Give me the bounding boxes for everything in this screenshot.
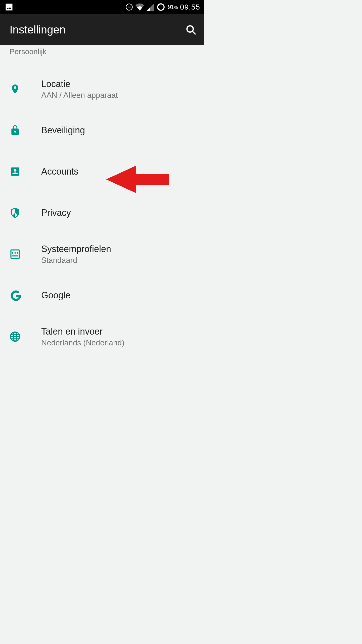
google-icon — [10, 289, 41, 302]
dnd-icon — [125, 3, 133, 11]
globe-icon — [10, 331, 41, 342]
settings-list: Locatie AAN / Alleen apparaat Beveiligin… — [0, 56, 204, 357]
settings-item-google[interactable]: Google — [0, 275, 204, 316]
settings-item-sub: AAN / Alleen apparaat — [41, 91, 118, 100]
status-left — [5, 3, 14, 12]
settings-item-text: Systeemprofielen Standaard — [41, 243, 111, 265]
svg-marker-13 — [106, 166, 169, 193]
shield-icon — [10, 207, 41, 218]
settings-item-title: Accounts — [41, 166, 78, 178]
sync-icon — [157, 3, 165, 11]
svg-line-4 — [192, 31, 195, 34]
settings-item-title: Systeemprofielen — [41, 243, 111, 255]
settings-item-security[interactable]: Beveiliging — [0, 110, 204, 151]
status-bar: 91% 09:55 — [0, 0, 204, 14]
settings-item-title: Google — [41, 290, 70, 301]
svg-rect-5 — [11, 250, 19, 258]
settings-item-title: Locatie — [41, 78, 118, 90]
image-notification-icon — [5, 3, 14, 12]
status-right: 91% 09:55 — [125, 3, 200, 11]
settings-item-languages-input[interactable]: Talen en invoer Nederlands (Nederland) — [0, 316, 204, 357]
settings-item-text: Accounts — [41, 166, 78, 178]
settings-item-title: Privacy — [41, 207, 71, 219]
location-pin-icon — [10, 84, 41, 95]
settings-item-text: Locatie AAN / Alleen apparaat — [41, 78, 118, 100]
settings-item-text: Google — [41, 290, 70, 301]
app-bar: Instellingen — [0, 14, 204, 45]
settings-item-sub: Nederlands (Nederland) — [41, 338, 124, 347]
arrow-annotation-icon — [106, 166, 169, 193]
battery-percent: 91% — [168, 4, 177, 11]
clock: 09:55 — [180, 3, 200, 11]
search-icon — [185, 24, 197, 35]
settings-item-sub: Standaard — [41, 256, 111, 265]
lock-icon — [10, 125, 41, 136]
cell-signal-icon — [147, 3, 154, 11]
settings-item-privacy[interactable]: Privacy — [0, 192, 204, 233]
profiles-icon — [10, 249, 41, 260]
settings-item-title: Talen en invoer — [41, 326, 124, 338]
settings-item-text: Privacy — [41, 207, 71, 219]
account-box-icon — [10, 166, 41, 177]
search-button[interactable] — [185, 24, 197, 35]
settings-item-location[interactable]: Locatie AAN / Alleen apparaat — [0, 68, 204, 110]
svg-point-2 — [158, 4, 164, 10]
section-header-personal: Persoonlijk — [0, 45, 204, 56]
settings-item-text: Talen en invoer Nederlands (Nederland) — [41, 326, 124, 348]
settings-item-accounts[interactable]: Accounts — [0, 151, 204, 192]
settings-item-title: Beveiliging — [41, 125, 85, 136]
settings-item-text: Beveiliging — [41, 125, 85, 136]
page-title: Instellingen — [10, 23, 66, 36]
settings-item-system-profiles[interactable]: Systeemprofielen Standaard — [0, 233, 204, 275]
settings-content: Persoonlijk Locatie AAN / Alleen apparaa… — [0, 45, 204, 357]
wifi-icon — [135, 3, 144, 11]
